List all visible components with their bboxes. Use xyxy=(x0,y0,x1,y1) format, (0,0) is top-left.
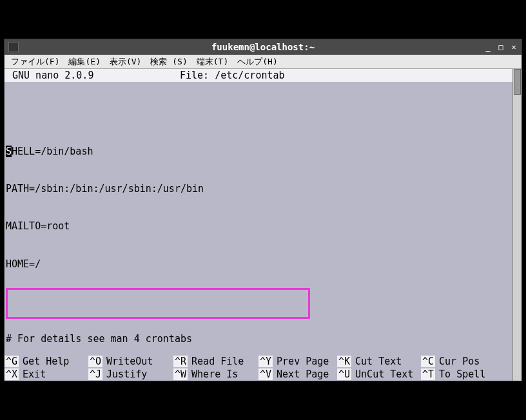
justify-shortcut: ^JJustify xyxy=(88,368,173,380)
writeout-shortcut: ^OWriteOut xyxy=(88,356,173,367)
nano-version: GNU nano 2.0.9 xyxy=(12,70,180,81)
editor-content[interactable]: SHELL=/bin/bash PATH=/sbin:/bin:/usr/sbi… xyxy=(5,82,521,381)
help-shortcut: ^GGet Help xyxy=(5,356,88,367)
nano-header: GNU nano 2.0.9 File: /etc/crontab xyxy=(5,69,521,82)
editor-line: HOME=/ xyxy=(5,258,521,271)
maximize-button[interactable]: □ xyxy=(496,42,506,52)
tospell-shortcut: ^TTo Spell xyxy=(421,368,505,380)
editor-line: PATH=/sbin:/bin:/usr/sbin:/usr/bin xyxy=(5,183,521,195)
menu-help[interactable]: ヘルプ(H) xyxy=(233,55,281,69)
curpos-shortcut: ^CCur Pos xyxy=(421,356,505,367)
menubar: ファイル(F) 編集(E) 表示(V) 検索 (S) 端末(T) ヘルプ(H) xyxy=(5,55,521,69)
menu-search[interactable]: 検索 (S) xyxy=(146,55,191,69)
close-button[interactable]: ✕ xyxy=(509,42,519,52)
editor-line: MAILTO=root xyxy=(5,220,521,233)
window-title: fuukemn@localhost:~ xyxy=(211,42,315,52)
editor-line xyxy=(5,296,521,308)
minimize-button[interactable]: _ xyxy=(483,42,493,52)
nano-footer: ^GGet Help ^OWriteOut ^RRead File ^YPrev… xyxy=(5,355,512,381)
window-icon xyxy=(8,42,19,52)
uncut-shortcut: ^UUnCut Text xyxy=(337,368,421,380)
menu-file[interactable]: ファイル(F) xyxy=(7,55,63,69)
menu-edit[interactable]: 編集(E) xyxy=(64,55,104,69)
editor-line xyxy=(5,108,521,120)
whereis-shortcut: ^WWhere Is xyxy=(173,368,258,380)
titlebar: fuukemn@localhost:~ _ □ ✕ xyxy=(5,39,521,55)
scrollbar[interactable] xyxy=(512,69,521,381)
terminal-window: fuukemn@localhost:~ _ □ ✕ ファイル(F) 編集(E) … xyxy=(4,39,522,381)
cuttext-shortcut: ^KCut Text xyxy=(337,356,421,367)
nano-file-label: File: /etc/crontab xyxy=(180,70,285,81)
menu-terminal[interactable]: 端末(T) xyxy=(193,55,232,69)
menu-view[interactable]: 表示(V) xyxy=(106,55,145,69)
scrollbar-thumb[interactable] xyxy=(514,69,521,95)
exit-shortcut: ^XExit xyxy=(5,368,88,380)
nextpage-shortcut: ^VNext Page xyxy=(258,368,337,380)
footer-row-1: ^GGet Help ^OWriteOut ^RRead File ^YPrev… xyxy=(5,355,512,368)
readfile-shortcut: ^RRead File xyxy=(173,356,258,367)
footer-row-2: ^XExit ^JJustify ^WWhere Is ^VNext Page … xyxy=(5,368,512,381)
window-controls: _ □ ✕ xyxy=(483,42,519,52)
editor-line: SHELL=/bin/bash xyxy=(5,146,521,158)
terminal-area[interactable]: GNU nano 2.0.9 File: /etc/crontab SHELL=… xyxy=(5,69,521,381)
prevpage-shortcut: ^YPrev Page xyxy=(258,356,337,367)
cursor: S xyxy=(6,146,12,157)
editor-line: # For details see man 4 crontabs xyxy=(5,333,521,345)
